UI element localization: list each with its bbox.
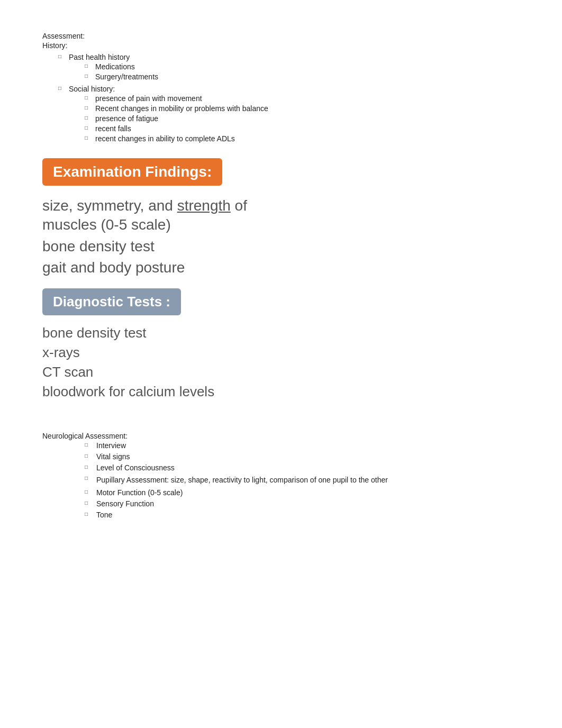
exam-strength-underline: strength bbox=[177, 197, 231, 214]
bullet-icon: □ bbox=[85, 115, 92, 121]
bullet-icon: □ bbox=[58, 85, 66, 91]
bullet-icon: □ bbox=[58, 53, 66, 59]
exam-item-rom: bone density test bbox=[42, 237, 520, 256]
loc-text: Level of Consciousness bbox=[96, 463, 175, 472]
bullet-icon: □ bbox=[85, 95, 92, 101]
surgery-text: Surgery/treatments bbox=[95, 72, 158, 81]
assessment-label: Assessment: bbox=[42, 32, 520, 40]
history-label: History: bbox=[42, 41, 520, 50]
bullet-icon: □ bbox=[85, 475, 93, 481]
diagnostic-banner: Diagnostic Tests : bbox=[42, 288, 181, 315]
neurological-section: Neurological Assessment: □ Interview □ V… bbox=[42, 432, 520, 519]
social-history-sublist: □ presence of pain with movement □ Recen… bbox=[69, 94, 268, 143]
neuro-item-loc: □ Level of Consciousness bbox=[85, 463, 520, 472]
bullet-icon: □ bbox=[85, 500, 93, 506]
mobility-text: Recent changes in mobility or problems w… bbox=[95, 104, 268, 113]
vital-signs-text: Vital signs bbox=[96, 452, 130, 461]
tone-text: Tone bbox=[96, 511, 112, 519]
fatigue-text: presence of fatigue bbox=[95, 114, 158, 123]
neurological-label: Neurological Assessment: bbox=[42, 432, 520, 440]
list-item-mobility: □ Recent changes in mobility or problems… bbox=[85, 104, 268, 113]
bullet-icon: □ bbox=[85, 135, 92, 141]
neuro-item-interview: □ Interview bbox=[85, 441, 520, 450]
past-health-label: Past health history bbox=[69, 53, 130, 61]
bullet-icon: □ bbox=[85, 511, 93, 517]
list-item-falls: □ recent falls bbox=[85, 124, 268, 133]
sensory-text: Sensory Function bbox=[96, 499, 154, 508]
bullet-icon: □ bbox=[85, 442, 93, 448]
bullet-icon: □ bbox=[85, 105, 92, 111]
neuro-item-pupillary: □ Pupillary Assessment: size, shape, rea… bbox=[85, 475, 520, 486]
social-history-label: Social history: bbox=[69, 85, 115, 93]
exam-item-muscles: size, symmetry, and strength ofmuscles (… bbox=[42, 196, 520, 235]
neuro-item-sensory: □ Sensory Function bbox=[85, 499, 520, 508]
list-item-adls: □ recent changes in ability to complete … bbox=[85, 134, 268, 143]
bullet-icon: □ bbox=[85, 73, 92, 79]
list-item-medications: □ Medications bbox=[85, 62, 158, 71]
bullet-icon: □ bbox=[85, 453, 93, 459]
history-list: □ Past health history □ Medications □ Su… bbox=[42, 53, 520, 144]
list-item-pain: □ presence of pain with movement bbox=[85, 94, 268, 103]
diagnostic-item-xrays: x-rays bbox=[42, 344, 520, 361]
past-health-sublist: □ Medications □ Surgery/treatments bbox=[69, 62, 158, 81]
pain-text: presence of pain with movement bbox=[95, 94, 202, 103]
bullet-icon: □ bbox=[85, 489, 93, 495]
bullet-icon: □ bbox=[85, 125, 92, 131]
bullet-icon: □ bbox=[85, 464, 93, 470]
diagnostic-item-bloodwork: bloodwork for calcium levels bbox=[42, 384, 520, 400]
exam-item-gait: gait and body posture bbox=[42, 258, 520, 277]
interview-text: Interview bbox=[96, 441, 126, 450]
diagnostic-item-bone: bone density test bbox=[42, 325, 520, 341]
neuro-item-motor: □ Motor Function (0-5 scale) bbox=[85, 488, 520, 497]
diagnostic-item-ct: CT scan bbox=[42, 364, 520, 380]
exam-muscles-prefix: size, symmetry, and bbox=[42, 197, 177, 214]
examination-banner: Examination Findings: bbox=[42, 158, 222, 186]
pupillary-text: Pupillary Assessment: size, shape, react… bbox=[96, 475, 388, 486]
adls-text: recent changes in ability to complete AD… bbox=[95, 134, 235, 143]
motor-text: Motor Function (0-5 scale) bbox=[96, 488, 183, 497]
list-item-fatigue: □ presence of fatigue bbox=[85, 114, 268, 123]
falls-text: recent falls bbox=[95, 124, 131, 133]
neuro-item-vital-signs: □ Vital signs bbox=[85, 452, 520, 461]
list-item-social-history: □ Social history: □ presence of pain wit… bbox=[58, 85, 520, 144]
neuro-list: □ Interview □ Vital signs □ Level of Con… bbox=[42, 441, 520, 519]
list-item-past-health: □ Past health history □ Medications □ Su… bbox=[58, 53, 520, 83]
bullet-icon: □ bbox=[85, 63, 92, 69]
neuro-item-tone: □ Tone bbox=[85, 511, 520, 519]
list-item-surgery: □ Surgery/treatments bbox=[85, 72, 158, 81]
medications-text: Medications bbox=[95, 62, 135, 71]
